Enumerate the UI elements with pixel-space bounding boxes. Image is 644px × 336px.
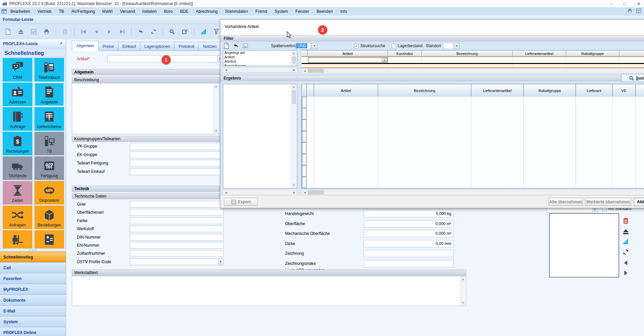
chevron-down-icon[interactable]: ▼: [218, 259, 223, 265]
tile-angebote[interactable]: Angebote: [34, 83, 64, 106]
refresh-icon[interactable]: [149, 27, 158, 36]
chevron-down-icon[interactable]: ▼: [382, 58, 387, 62]
delete-icon[interactable]: [60, 27, 70, 36]
sidebar-item-favoriten[interactable]: Favoriten: [0, 273, 66, 284]
menu-item-info[interactable]: Info: [337, 8, 351, 15]
field-input-dstv-profile-code[interactable]: ▼: [130, 258, 224, 265]
filter-triangle-icon[interactable]: [199, 27, 208, 36]
filter-field-option[interactable]: Bezeichnung: [224, 64, 291, 66]
filter-list-scrollbar[interactable]: ▲▼: [291, 51, 297, 65]
field-input-oberfl-che[interactable]: 0,000 m²: [364, 220, 454, 227]
tile-adressen[interactable]: Adressen: [3, 83, 32, 106]
field-input-ek-gruppe[interactable]: [130, 151, 224, 158]
alle-uebernehmen-button[interactable]: Alle übernehmen: [549, 198, 583, 206]
export-button[interactable]: X Export: [224, 198, 258, 206]
struktursuche-checkbox[interactable]: ✓: [354, 44, 359, 48]
sidebar-item-e-mail[interactable]: E-Mail: [0, 306, 66, 316]
image-icon[interactable]: [242, 42, 249, 49]
verknuepfung-select[interactable]: UND: [296, 43, 311, 49]
beschreibung-textarea[interactable]: ▲▼: [72, 83, 219, 134]
tab-allgemein[interactable]: Allgemein: [72, 41, 99, 51]
column-header-lieferant[interactable]: Lieferant: [576, 84, 613, 97]
previous-record-icon[interactable]: [92, 27, 101, 36]
result-list-hscrollbar[interactable]: ◀▶: [223, 190, 297, 195]
field-input-mechanische-oberfl-che[interactable]: 0,000 m²: [364, 230, 454, 237]
next-image-icon[interactable]: [622, 270, 630, 277]
tile-bestellungen[interactable]: Bestellungen: [34, 206, 64, 229]
edit-icon[interactable]: [180, 27, 190, 36]
field-input-dicke[interactable]: 0,00 mm: [364, 240, 454, 247]
standort-dropdown-button[interactable]: ▼: [454, 43, 459, 49]
close-button[interactable]: ✕: [637, 1, 641, 6]
menu-item-bde[interactable]: BDE: [176, 8, 192, 15]
form-window-icon[interactable]: [1, 9, 7, 14]
confirm-icon[interactable]: [29, 27, 38, 36]
tile-rechnungen[interactable]: $Rechnungen: [3, 132, 32, 155]
tile-auftr-ge[interactable]: Aufträge: [3, 107, 32, 131]
print-icon[interactable]: [627, 8, 633, 13]
tile-disposition[interactable]: Disposition: [34, 181, 64, 205]
grid-row-selector[interactable]: [302, 131, 306, 142]
standort-field[interactable]: [443, 43, 454, 49]
menu-item-istdaten[interactable]: Istdaten: [139, 8, 161, 15]
menu-item-stammdaten[interactable]: Stammdaten: [221, 8, 252, 15]
grid-row-selector[interactable]: [302, 120, 306, 131]
grid-row-selector[interactable]: [302, 108, 306, 119]
result-grid-hscrollbar[interactable]: ◀: [302, 190, 644, 195]
sidebar-item-call[interactable]: Call: [0, 263, 66, 273]
filter-artikel-cell[interactable]: ▼: [308, 57, 388, 63]
menu-item-fenster[interactable]: Fenster: [292, 8, 313, 15]
filter-field-listbox[interactable]: Angelegt amArtikelAttributBezeichnung ▲▼: [223, 50, 297, 66]
menu-item-beenden[interactable]: Beenden: [313, 8, 337, 15]
menu-item-abrechnung[interactable]: Abrechnung: [192, 8, 221, 15]
next-record-icon[interactable]: [105, 27, 114, 36]
column-header-rabattgruppe[interactable]: Rabattgruppe: [524, 84, 576, 97]
menu-item-av-fertigung[interactable]: AV/Fertigung: [68, 8, 99, 15]
field-input-zeichnungsindex[interactable]: [364, 260, 454, 267]
menu-item-mawi[interactable]: MaWi: [99, 8, 116, 15]
lagerbestand-checkbox[interactable]: [392, 44, 396, 48]
field-input-zeichnung[interactable]: [364, 250, 454, 257]
funnel-icon[interactable]: [212, 27, 221, 36]
first-record-icon[interactable]: [79, 27, 88, 36]
field-input-g-te[interactable]: [130, 201, 224, 208]
grid-row-selector[interactable]: [302, 97, 306, 108]
search-icon[interactable]: [167, 27, 177, 36]
field-input-teileart-fertigung[interactable]: [130, 160, 224, 167]
sidebar-item-dokumente[interactable]: Dokumente: [0, 295, 66, 306]
field-input-en-nummer[interactable]: [130, 242, 224, 249]
column-header-rabattgruppe[interactable]: Rabattgruppe: [566, 51, 619, 56]
field-input-zolltarifnummer[interactable]: [130, 250, 224, 257]
menu-item-fremd[interactable]: Fremd: [252, 8, 271, 15]
new-document-icon[interactable]: [3, 27, 13, 36]
column-header-bezeichnung[interactable]: Bezeichnung: [378, 84, 471, 97]
menu-item-versand[interactable]: Versand: [116, 8, 139, 15]
column-header-artikel[interactable]: Artikel: [314, 84, 378, 97]
menu-item-tb[interactable]: TB: [55, 8, 67, 15]
filter-field-option[interactable]: Artikel: [224, 55, 291, 59]
suchen-button[interactable]: Suchen: [621, 74, 644, 82]
result-list-scrollbar[interactable]: ▲▼: [291, 85, 297, 188]
column-header-lieferantenartikel[interactable]: Lieferantenartikel: [513, 51, 566, 56]
window-grid-icon[interactable]: [636, 8, 641, 13]
column-header-kurzindex[interactable]: Kurzindex: [388, 51, 422, 56]
result-listbox[interactable]: ▲▼: [223, 84, 297, 188]
undo-icon[interactable]: [136, 27, 145, 36]
tab-lageroptionen[interactable]: Lageroptionen: [140, 42, 175, 51]
field-input-din-nummer[interactable]: [130, 234, 224, 241]
beschreibung-scrollbar[interactable]: ▲▼: [213, 84, 219, 133]
abbrechen-button[interactable]: Abbrechen: [634, 198, 644, 206]
field-input-werkstoff[interactable]: [130, 225, 224, 232]
delete-image-icon[interactable]: [622, 217, 630, 225]
tile-zeiten[interactable]: Zeiten: [3, 181, 32, 205]
refresh-icon[interactable]: [622, 249, 630, 256]
werkstatttext-scrollbar[interactable]: ▲▼: [460, 277, 466, 305]
eject-icon[interactable]: [16, 27, 26, 36]
tile-crm[interactable]: CRM: [3, 58, 32, 82]
column-header-extra[interactable]: [636, 84, 644, 97]
field-input-vk-gruppe[interactable]: [130, 143, 224, 150]
tab-preise[interactable]: Preise: [99, 42, 118, 51]
column-header-lieferant[interactable]: Lieferant: [619, 51, 644, 56]
menu-item-system[interactable]: System: [271, 8, 292, 15]
tile-anfragen[interactable]: Anfragen: [3, 206, 32, 229]
